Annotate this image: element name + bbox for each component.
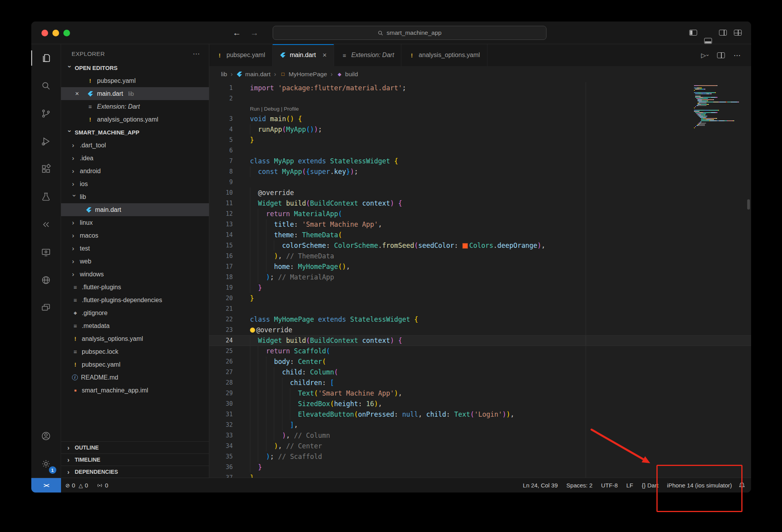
code-line[interactable]: 34), // Center (209, 441, 751, 451)
status-item-indentation[interactable]: Spaces: 2 (562, 478, 597, 493)
code-line[interactable]: 25return Scaffold( (209, 346, 751, 356)
line-number[interactable]: 32 (209, 420, 233, 430)
line-number[interactable]: 9 (209, 177, 233, 188)
line-number[interactable]: 13 (209, 219, 233, 230)
activity-item-globe[interactable] (31, 266, 61, 294)
forward-button[interactable]: → (250, 28, 259, 38)
line-number[interactable]: 15 (209, 240, 233, 251)
tree-item[interactable]: ›.idea (61, 152, 209, 165)
more-actions-icon[interactable]: ⋯ (733, 51, 741, 60)
code-line[interactable]: 6 (209, 145, 751, 156)
close-window-button[interactable] (41, 30, 48, 36)
tree-item[interactable]: ›macos (61, 229, 209, 242)
code-line[interactable]: 37} (209, 473, 751, 478)
line-number[interactable]: 24 (209, 335, 233, 346)
code-line[interactable]: 32], (209, 420, 751, 430)
code-line[interactable]: 4runApp(MyApp()); (209, 124, 751, 135)
tree-item[interactable]: ›lib (61, 190, 209, 203)
toggle-panel-button[interactable] (704, 38, 712, 44)
status-item-encoding[interactable]: UTF-8 (597, 478, 622, 493)
code-line[interactable]: 3void main() { (209, 114, 751, 124)
more-actions-icon[interactable]: ⋯ (193, 49, 200, 58)
line-number[interactable]: 1 (209, 83, 233, 93)
code-line[interactable]: 26body: Center( (209, 356, 751, 367)
breadcrumb-item[interactable]: main.dart (236, 71, 271, 78)
line-number[interactable]: 19 (209, 283, 233, 293)
tree-item[interactable]: ■smart_machine_app.iml (61, 384, 209, 397)
code-line[interactable]: 36} (209, 462, 751, 473)
scrollbar-marker[interactable] (747, 199, 750, 210)
toggle-primary-sidebar-button[interactable] (689, 30, 697, 36)
status-item-eol[interactable]: LF (622, 478, 638, 493)
activity-item-source-control[interactable] (31, 100, 61, 127)
activity-item-explorer[interactable] (31, 44, 61, 72)
open-editor-item[interactable]: !analysis_options.yaml (61, 113, 209, 126)
line-number[interactable]: 6 (209, 145, 233, 156)
activity-item-testing[interactable] (31, 183, 61, 211)
code-line[interactable]: 2 (209, 93, 751, 104)
lightbulb-icon[interactable] (250, 328, 255, 333)
line-number[interactable]: 8 (209, 167, 233, 177)
toggle-secondary-sidebar-button[interactable] (719, 30, 727, 36)
line-number[interactable]: 4 (209, 124, 233, 135)
status-item-cursor-position[interactable]: Ln 24, Col 39 (519, 478, 562, 493)
line-number[interactable]: 33 (209, 430, 233, 441)
line-number[interactable]: 25 (209, 346, 233, 356)
status-item-language[interactable]: {} Dart (638, 478, 663, 493)
minimap[interactable] (694, 85, 745, 130)
breadcrumb-item[interactable]: □MyHomePage (280, 71, 327, 78)
code-line[interactable]: 20} (209, 293, 751, 304)
breadcrumb-item[interactable]: lib (221, 71, 227, 78)
line-number[interactable]: 23 (209, 325, 233, 335)
ports-indicator[interactable]: 0 (92, 478, 112, 493)
code-line[interactable]: 31ElevatedButton(onPressed: null, child:… (209, 409, 751, 420)
line-number[interactable]: 10 (209, 188, 233, 198)
tree-item[interactable]: main.dart (61, 203, 209, 216)
line-number[interactable]: 12 (209, 209, 233, 219)
line-number[interactable]: 5 (209, 135, 233, 145)
open-editors-header[interactable]: › OPEN EDITORS (61, 61, 209, 74)
tree-item[interactable]: ≡pubspec.lock (61, 345, 209, 358)
line-number[interactable]: 3 (209, 114, 233, 124)
tree-item[interactable]: !analysis_options.yaml (61, 332, 209, 345)
problems-indicator[interactable]: ⊘ 0 △ 0 (61, 478, 92, 493)
open-editor-item[interactable]: ×main.dartlib (61, 87, 209, 100)
code-line[interactable]: 30SizedBox(height: 16), (209, 399, 751, 409)
activity-item-extensions[interactable] (31, 155, 61, 183)
tree-item[interactable]: ◆.gitignore (61, 306, 209, 319)
notifications-bell[interactable] (736, 482, 751, 489)
split-editor-button[interactable] (717, 52, 725, 58)
activity-item-windows[interactable] (31, 294, 61, 322)
line-number[interactable]: 30 (209, 399, 233, 409)
tree-item[interactable]: ›.dart_tool (61, 139, 209, 152)
code-line[interactable]: 7class MyApp extends StatelessWidget { (209, 156, 751, 167)
line-number[interactable]: 7 (209, 156, 233, 167)
line-number[interactable]: 16 (209, 251, 233, 262)
project-section-header[interactable]: › SMART_MACHINE_APP (61, 126, 209, 139)
code-line[interactable]: 12return MaterialApp( (209, 209, 751, 219)
code-line[interactable]: 17home: MyHomePage(), (209, 262, 751, 272)
tree-item[interactable]: ›web (61, 255, 209, 268)
line-number[interactable]: 28 (209, 378, 233, 388)
activity-item-run-debug[interactable] (31, 127, 61, 155)
code-line[interactable]: 13title: 'Smart Machine App', (209, 219, 751, 230)
line-number[interactable]: 37 (209, 473, 233, 478)
code-line[interactable]: 33), // Column (209, 430, 751, 441)
activity-item-settings[interactable]: 1 (31, 450, 61, 478)
activity-item-device-preview[interactable] (31, 238, 61, 266)
line-number[interactable]: 34 (209, 441, 233, 451)
tree-item[interactable]: ›linux (61, 216, 209, 229)
code-line[interactable]: 35); // Scaffold (209, 451, 751, 462)
code-line[interactable]: 22class MyHomePage extends StatelessWidg… (209, 314, 751, 325)
line-number[interactable]: 35 (209, 451, 233, 462)
line-number[interactable]: 17 (209, 262, 233, 272)
code-line[interactable]: 23@override (209, 325, 751, 335)
line-number[interactable]: 18 (209, 272, 233, 283)
open-editor-item[interactable]: !pubspec.yaml (61, 74, 209, 87)
status-item-device[interactable]: iPhone 14 (ios simulator) (663, 478, 736, 493)
code-line[interactable]: 24Widget build(BuildContext context) { (209, 335, 751, 346)
tree-item[interactable]: iREADME.md (61, 371, 209, 384)
tab-analysis-options-yaml[interactable]: !analysis_options.yaml (401, 44, 487, 66)
line-number[interactable]: 21 (209, 304, 233, 314)
line-number[interactable]: 27 (209, 367, 233, 378)
